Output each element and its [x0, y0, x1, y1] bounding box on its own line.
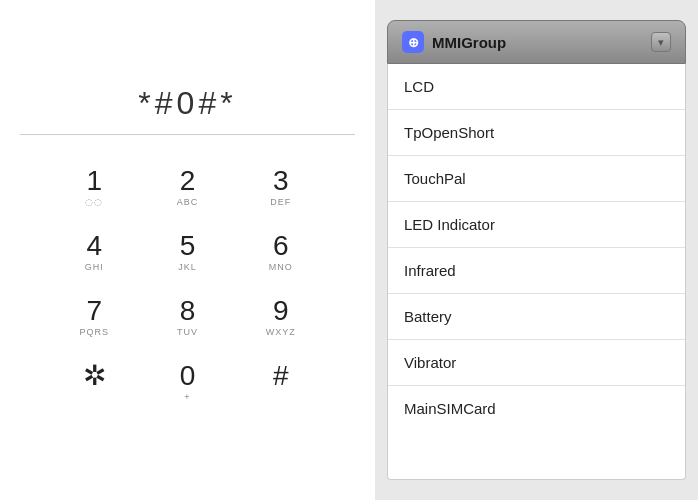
mmi-header-left: ⊕ MMIGroup — [402, 31, 506, 53]
dialer-grid: 1◌◌2ABC3DEF4GHI5JKL6MNO7PQRS8TUV9WXYZ✲0+… — [48, 155, 328, 415]
mmi-item-led-indicator[interactable]: LED Indicator — [388, 202, 685, 248]
mmi-item-touchpal[interactable]: TouchPal — [388, 156, 685, 202]
mmi-item-vibrator[interactable]: Vibrator — [388, 340, 685, 386]
key-letters-9: WXYZ — [266, 327, 296, 338]
dialer-display: *#0#* — [20, 85, 355, 135]
key-letters-2: ABC — [177, 197, 199, 208]
dialer-key-7[interactable]: 7PQRS — [48, 285, 141, 350]
key-letters-1: ◌◌ — [85, 197, 103, 208]
dialer-key-9[interactable]: 9WXYZ — [234, 285, 327, 350]
chevron-down-icon: ▾ — [658, 36, 664, 49]
mmi-icon: ⊕ — [402, 31, 424, 53]
mmi-item-infrared[interactable]: Infrared — [388, 248, 685, 294]
dialer-key-star[interactable]: ✲ — [48, 350, 141, 415]
mmi-list: LCDTpOpenShortTouchPalLED IndicatorInfra… — [387, 64, 686, 480]
key-number-hash: # — [273, 362, 289, 390]
key-letters-5: JKL — [178, 262, 197, 273]
dialer-key-3[interactable]: 3DEF — [234, 155, 327, 220]
dialer-key-1[interactable]: 1◌◌ — [48, 155, 141, 220]
dialer-key-4[interactable]: 4GHI — [48, 220, 141, 285]
mmi-panel: ⊕ MMIGroup ▾ LCDTpOpenShortTouchPalLED I… — [375, 0, 698, 500]
mmi-chevron-button[interactable]: ▾ — [651, 32, 671, 52]
key-number-4: 4 — [86, 232, 102, 260]
key-number-9: 9 — [273, 297, 289, 325]
dialer-display-text: *#0#* — [138, 85, 236, 121]
key-letters-3: DEF — [270, 197, 291, 208]
mmi-item-mainsimcard[interactable]: MainSIMCard — [388, 386, 685, 431]
key-letters-0: + — [184, 392, 190, 403]
dialer-key-2[interactable]: 2ABC — [141, 155, 234, 220]
key-number-3: 3 — [273, 167, 289, 195]
key-letters-6: MNO — [269, 262, 293, 273]
key-number-1: 1 — [86, 167, 102, 195]
key-number-6: 6 — [273, 232, 289, 260]
dialer-key-8[interactable]: 8TUV — [141, 285, 234, 350]
mmi-header: ⊕ MMIGroup ▾ — [387, 20, 686, 64]
dialer-panel: *#0#* 1◌◌2ABC3DEF4GHI5JKL6MNO7PQRS8TUV9W… — [0, 0, 375, 500]
key-letters-8: TUV — [177, 327, 198, 338]
key-number-5: 5 — [180, 232, 196, 260]
key-number-8: 8 — [180, 297, 196, 325]
key-letters-7: PQRS — [79, 327, 109, 338]
mmi-item-tpopenshort[interactable]: TpOpenShort — [388, 110, 685, 156]
mmi-icon-letter: ⊕ — [408, 35, 419, 50]
key-number-0: 0 — [180, 362, 196, 390]
key-letters-4: GHI — [85, 262, 104, 273]
key-number-7: 7 — [86, 297, 102, 325]
dialer-key-6[interactable]: 6MNO — [234, 220, 327, 285]
dialer-key-0[interactable]: 0+ — [141, 350, 234, 415]
mmi-title: MMIGroup — [432, 34, 506, 51]
mmi-item-lcd[interactable]: LCD — [388, 64, 685, 110]
key-number-2: 2 — [180, 167, 196, 195]
key-number-star: ✲ — [83, 362, 106, 390]
dialer-key-hash[interactable]: # — [234, 350, 327, 415]
dialer-key-5[interactable]: 5JKL — [141, 220, 234, 285]
mmi-item-battery[interactable]: Battery — [388, 294, 685, 340]
